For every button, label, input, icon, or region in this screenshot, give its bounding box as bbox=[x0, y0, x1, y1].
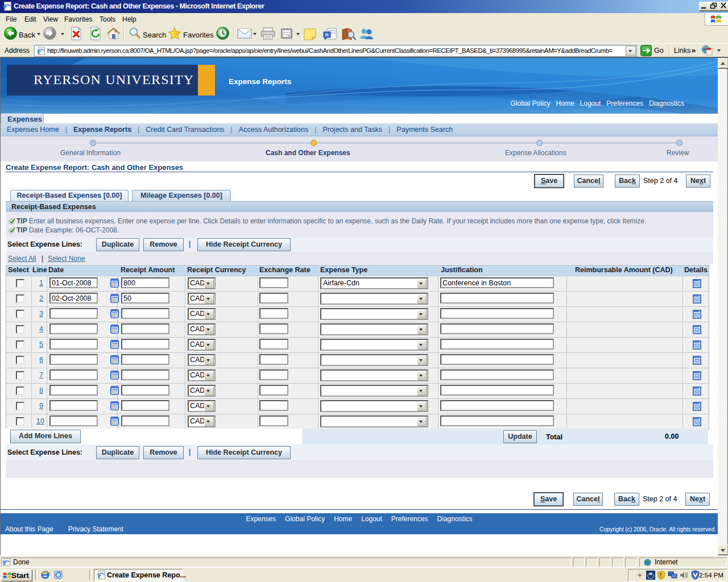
svg-text:e: e bbox=[38, 47, 41, 55]
svg-text:!: ! bbox=[660, 572, 661, 579]
svg-text:e: e bbox=[98, 571, 101, 579]
svg-text:n: n bbox=[325, 32, 329, 38]
svg-text:e: e bbox=[3, 3, 7, 11]
